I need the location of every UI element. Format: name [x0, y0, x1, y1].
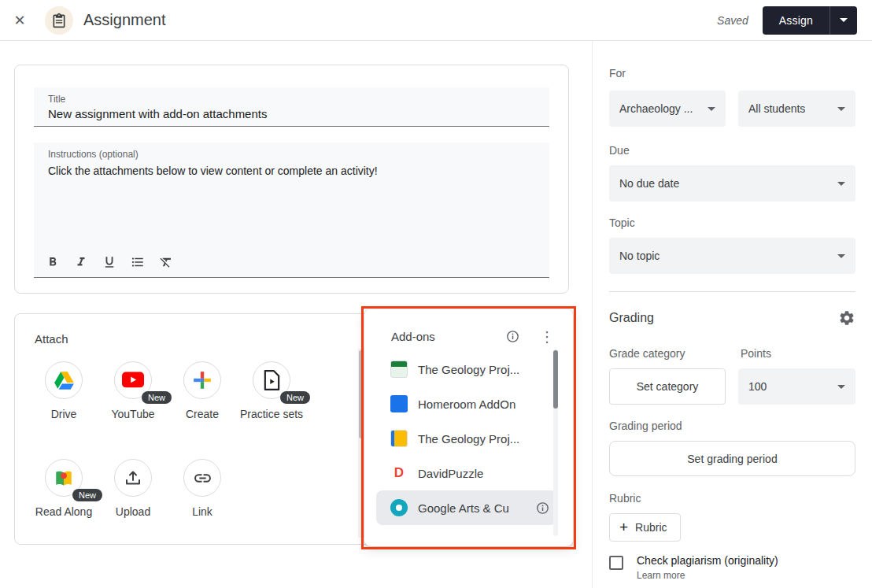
attach-item-drive[interactable]: Drive [29, 361, 98, 422]
learn-more-link[interactable]: Learn more [637, 570, 685, 581]
attach-item-link[interactable]: Link [168, 459, 237, 520]
addon-item-label: Homeroom AddOn [418, 398, 515, 411]
info-icon-button[interactable] [506, 330, 519, 343]
attach-heading: Attach [35, 332, 68, 346]
assignment-dialog: ✕ Assignment Saved Assign Title New assi… [0, 0, 872, 588]
create-plus-icon [192, 370, 212, 390]
chevron-down-icon [708, 107, 715, 111]
formatting-toolbar [39, 251, 180, 273]
new-badge: New [142, 391, 172, 404]
grading-header-row: Grading [609, 309, 855, 327]
addons-list: The Geology Proj... Homeroom AddOn The G… [364, 349, 573, 525]
assignment-form-card: Title New assignment with add-on attachm… [14, 65, 569, 294]
addons-scrollbar-thumb[interactable] [553, 350, 558, 409]
attach-item-label: Read Along [35, 504, 92, 520]
underline-button[interactable] [95, 251, 124, 273]
add-rubric-button[interactable]: + Rubric [609, 513, 681, 542]
new-badge: New [280, 391, 310, 404]
class-select[interactable]: Archaeology ... [609, 91, 726, 127]
addon-item-google-arts[interactable]: Google Arts & Cu [376, 490, 557, 525]
title-field[interactable]: Title New assignment with add-on attachm… [34, 87, 549, 127]
link-icon [193, 468, 212, 488]
chevron-down-icon [837, 254, 845, 258]
instructions-field[interactable]: Instructions (optional) Click the attach… [34, 142, 549, 278]
addons-scrollbar[interactable] [553, 349, 558, 536]
upload-icon [124, 468, 142, 487]
kebab-menu-button[interactable]: ⋮ [540, 331, 554, 342]
chevron-down-icon [837, 107, 845, 111]
set-grading-period-button[interactable]: Set grading period [609, 441, 855, 476]
homeroom-addon-icon [390, 395, 408, 412]
bulleted-list-button[interactable] [124, 251, 152, 273]
grading-period-label: Grading period [609, 420, 855, 432]
clear-formatting-button[interactable] [152, 251, 180, 273]
attach-item-label: YouTube [111, 406, 154, 422]
geology-project-icon [390, 361, 408, 378]
youtube-icon [122, 372, 144, 389]
topic-select[interactable]: No topic [609, 238, 855, 274]
addon-item-label: The Geology Proj... [418, 363, 519, 376]
plus-icon: + [619, 520, 628, 534]
settings-sidebar: For Archaeology ... All students Due No … [592, 41, 872, 588]
assignment-type-badge [45, 6, 73, 35]
attach-item-practice-sets[interactable]: New Practice sets [237, 361, 306, 422]
points-select[interactable]: 100 [738, 368, 855, 405]
gear-icon [838, 309, 855, 327]
attach-item-upload[interactable]: Upload [98, 459, 168, 520]
plagiarism-row: Check plagiarism (originality) Learn mor… [609, 554, 855, 582]
due-label: Due [609, 144, 855, 157]
davidpuzzle-icon: D [390, 464, 408, 482]
instructions-field-label: Instructions (optional) [48, 149, 535, 160]
background-scrollbar-thumb[interactable] [359, 350, 364, 438]
bold-icon [46, 255, 60, 269]
underline-icon [102, 255, 116, 269]
assignment-clipboard-icon [51, 13, 67, 28]
title-field-value: New assignment with add-on attachments [48, 107, 535, 120]
background-scrollbar[interactable] [358, 349, 364, 538]
header: ✕ Assignment Saved Assign [0, 0, 872, 41]
students-select[interactable]: All students [738, 91, 855, 127]
instructions-field-value: Click the attachments below to view cont… [48, 165, 535, 177]
chevron-down-icon [837, 385, 845, 389]
grading-settings-button[interactable] [838, 309, 855, 327]
assign-dropdown-button[interactable] [830, 6, 857, 35]
assign-button[interactable]: Assign [763, 6, 830, 35]
addons-title: Add-ons [391, 330, 435, 343]
addon-item-label: DavidPuzzle [418, 467, 483, 480]
plagiarism-checkbox[interactable] [609, 556, 623, 570]
addons-popup-header: Add-ons ⋮ [364, 309, 573, 349]
set-category-button[interactable]: Set category [609, 368, 726, 405]
attach-item-label: Drive [51, 406, 77, 422]
assign-split-button: Assign [763, 6, 857, 35]
addon-item-homeroom[interactable]: Homeroom AddOn [376, 386, 557, 421]
addon-info-button[interactable] [536, 501, 549, 515]
geology-project-notebook-icon [390, 430, 408, 447]
read-along-icon [54, 468, 74, 488]
grading-labels-row: Grade category Points [609, 347, 855, 360]
addon-item-geology-2[interactable]: The Geology Proj... [376, 421, 557, 456]
topic-label: Topic [609, 216, 855, 229]
chevron-down-icon [840, 18, 848, 22]
attach-item-youtube[interactable]: New YouTube [98, 361, 168, 422]
attach-item-read-along[interactable]: New Read Along [29, 459, 98, 520]
google-arts-culture-icon [390, 499, 408, 516]
due-date-select[interactable]: No due date [609, 165, 855, 202]
audience-row: Archaeology ... All students [609, 91, 855, 127]
grading-title: Grading [609, 311, 654, 325]
bold-button[interactable] [39, 251, 67, 273]
addon-item-label: The Geology Proj... [418, 432, 519, 446]
page-title: Assignment [83, 11, 166, 29]
addon-item-davidpuzzle[interactable]: D DavidPuzzle [376, 456, 557, 490]
attach-item-create[interactable]: Create [168, 361, 237, 422]
italic-button[interactable] [67, 251, 95, 273]
addon-item-geology-1[interactable]: The Geology Proj... [376, 352, 557, 386]
attach-item-label: Create [186, 406, 219, 422]
close-icon: ✕ [13, 12, 25, 29]
addon-item-label: Google Arts & Cu [418, 501, 509, 515]
attach-item-label: Upload [116, 504, 150, 520]
close-button[interactable]: ✕ [9, 10, 30, 31]
rubric-label: Rubric [609, 492, 855, 505]
new-badge: New [72, 489, 102, 501]
info-icon [506, 330, 519, 343]
attach-item-label: Link [192, 504, 212, 520]
